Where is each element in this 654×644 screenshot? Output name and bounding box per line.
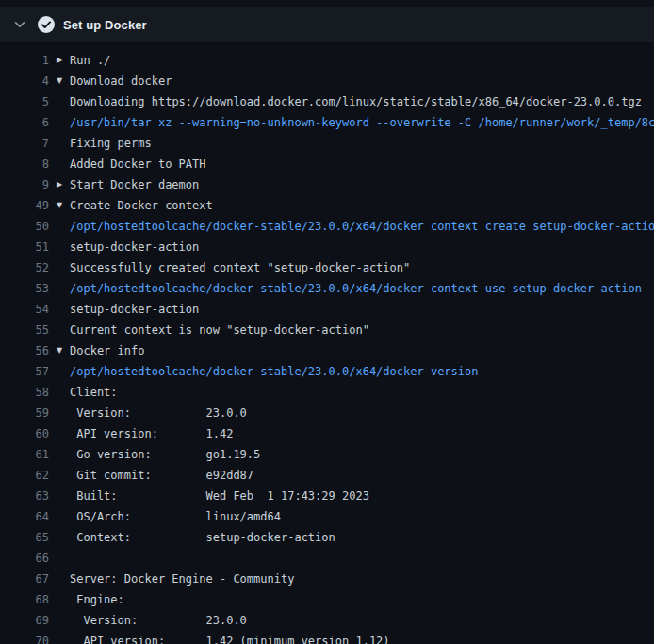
log-line: 57/opt/hostedtoolcache/docker-stable/23.… bbox=[0, 361, 654, 382]
line-number[interactable]: 60 bbox=[0, 423, 49, 444]
line-content: /opt/hostedtoolcache/docker-stable/23.0.… bbox=[55, 278, 654, 299]
log-text: /opt/hostedtoolcache/docker-stable/23.0.… bbox=[70, 282, 642, 295]
log-text: Download docker bbox=[70, 74, 172, 88]
log-line[interactable]: 9▶Start Docker daemon bbox=[0, 174, 654, 195]
line-content bbox=[55, 548, 654, 569]
line-number[interactable]: 64 bbox=[0, 506, 49, 527]
line-content: API version: 1.42 bbox=[55, 423, 654, 444]
line-number[interactable]: 4 bbox=[0, 71, 49, 91]
log-text: Run ./ bbox=[70, 54, 110, 67]
log-line: 55Current context is now "setup-docker-a… bbox=[0, 320, 654, 340]
log-line[interactable]: 49▼Create Docker context bbox=[0, 195, 654, 216]
log-text: Docker info bbox=[70, 344, 144, 357]
line-number[interactable]: 56 bbox=[0, 340, 49, 361]
line-number[interactable]: 54 bbox=[0, 299, 49, 320]
log-line: 58Client: bbox=[0, 382, 654, 403]
line-number[interactable]: 52 bbox=[0, 257, 49, 278]
log-line: 6/usr/bin/tar xz --warning=no-unknown-ke… bbox=[0, 112, 654, 133]
log-line: 64 OS/Arch: linux/amd64 bbox=[0, 506, 654, 527]
log-area: 1▶Run ./4▼Download docker5Downloading ht… bbox=[0, 42, 654, 644]
line-number[interactable]: 50 bbox=[0, 216, 49, 237]
log-text: Added Docker to PATH bbox=[70, 157, 206, 171]
log-line: 5Downloading https://download.docker.com… bbox=[0, 91, 654, 112]
line-content: /opt/hostedtoolcache/docker-stable/23.0.… bbox=[55, 216, 654, 237]
line-content: Added Docker to PATH bbox=[55, 154, 654, 174]
line-number[interactable]: 69 bbox=[0, 610, 49, 631]
line-number[interactable]: 53 bbox=[0, 278, 49, 299]
log-text: Built: Wed Feb 1 17:43:29 2023 bbox=[70, 489, 369, 503]
log-text: Git commit: e92dd87 bbox=[70, 469, 253, 482]
log-text: /usr/bin/tar xz --warning=no-unknown-key… bbox=[70, 116, 654, 129]
line-number[interactable]: 8 bbox=[0, 154, 49, 174]
log-line: 53/opt/hostedtoolcache/docker-stable/23.… bbox=[0, 278, 654, 299]
log-text: Current context is now "setup-docker-act… bbox=[70, 323, 369, 337]
line-number[interactable]: 51 bbox=[0, 237, 49, 257]
log-text: Server: Docker Engine - Community bbox=[70, 572, 294, 586]
line-content: OS/Arch: linux/amd64 bbox=[55, 506, 654, 527]
log-line[interactable]: 4▼Download docker bbox=[0, 71, 654, 91]
line-number[interactable]: 67 bbox=[0, 569, 49, 589]
line-content: Git commit: e92dd87 bbox=[55, 465, 654, 486]
log-text: Start Docker daemon bbox=[70, 178, 199, 191]
log-text: Fixing perms bbox=[70, 137, 152, 150]
line-content: Current context is now "setup-docker-act… bbox=[55, 320, 654, 340]
line-number[interactable]: 6 bbox=[0, 112, 49, 133]
log-line: 60 API version: 1.42 bbox=[0, 423, 654, 444]
line-number[interactable]: 55 bbox=[0, 320, 49, 340]
log-line[interactable]: 1▶Run ./ bbox=[0, 50, 654, 71]
log-line: 69 Version: 23.0.0 bbox=[0, 610, 654, 631]
expand-arrow-icon[interactable]: ▶ bbox=[57, 50, 62, 71]
step-title: Set up Docker bbox=[63, 18, 147, 32]
line-number[interactable]: 9 bbox=[0, 174, 49, 195]
log-line: 67Server: Docker Engine - Community bbox=[0, 569, 654, 589]
log-text: /opt/hostedtoolcache/docker-stable/23.0.… bbox=[70, 220, 654, 233]
line-number[interactable]: 62 bbox=[0, 465, 49, 486]
log-text: Version: 23.0.0 bbox=[70, 614, 247, 627]
line-number[interactable]: 68 bbox=[0, 589, 49, 610]
line-number[interactable]: 1 bbox=[0, 50, 49, 71]
line-number[interactable]: 66 bbox=[0, 548, 49, 569]
line-content: Successfully created context "setup-dock… bbox=[55, 257, 654, 278]
line-number[interactable]: 61 bbox=[0, 444, 49, 465]
line-number[interactable]: 57 bbox=[0, 361, 49, 382]
log-text: API version: 1.42 (minimum version 1.12) bbox=[70, 635, 390, 644]
line-content: Engine: bbox=[55, 589, 654, 610]
chevron-down-icon[interactable] bbox=[13, 18, 26, 31]
line-content: ▶Start Docker daemon bbox=[55, 174, 654, 195]
collapse-arrow-icon[interactable]: ▼ bbox=[57, 340, 62, 361]
line-content: /usr/bin/tar xz --warning=no-unknown-key… bbox=[55, 112, 654, 133]
line-number[interactable]: 70 bbox=[0, 631, 49, 644]
log-line: 54setup-docker-action bbox=[0, 299, 654, 320]
log-line: 59 Version: 23.0.0 bbox=[0, 403, 654, 423]
log-text: Downloading bbox=[70, 95, 152, 108]
line-number[interactable]: 49 bbox=[0, 195, 49, 216]
log-text: OS/Arch: linux/amd64 bbox=[70, 510, 281, 523]
line-number[interactable]: 58 bbox=[0, 382, 49, 403]
line-content: ▼Download docker bbox=[55, 71, 654, 91]
log-line: 65 Context: setup-docker-action bbox=[0, 527, 654, 548]
line-content: API version: 1.42 (minimum version 1.12) bbox=[55, 631, 654, 644]
line-number[interactable]: 63 bbox=[0, 486, 49, 506]
line-content: Built: Wed Feb 1 17:43:29 2023 bbox=[55, 486, 654, 506]
log-line: 51setup-docker-action bbox=[0, 237, 654, 257]
expand-arrow-icon[interactable]: ▶ bbox=[57, 174, 62, 195]
collapse-arrow-icon[interactable]: ▼ bbox=[57, 71, 62, 91]
log-text: API version: 1.42 bbox=[70, 427, 233, 440]
log-text: Client: bbox=[70, 386, 118, 399]
log-line[interactable]: 56▼Docker info bbox=[0, 340, 654, 361]
line-content: Server: Docker Engine - Community bbox=[55, 569, 654, 589]
step-header[interactable]: Set up Docker bbox=[0, 7, 654, 42]
line-content: ▼Docker info bbox=[55, 340, 654, 361]
line-number[interactable]: 5 bbox=[0, 91, 49, 112]
line-content: Context: setup-docker-action bbox=[55, 527, 654, 548]
line-content: setup-docker-action bbox=[55, 237, 654, 257]
log-link[interactable]: https://download.docker.com/linux/static… bbox=[152, 95, 642, 108]
log-line: 7Fixing perms bbox=[0, 133, 654, 154]
collapse-arrow-icon[interactable]: ▼ bbox=[57, 195, 62, 216]
log-text: Go version: go1.19.5 bbox=[70, 448, 260, 461]
line-number[interactable]: 65 bbox=[0, 527, 49, 548]
line-number[interactable]: 7 bbox=[0, 133, 49, 154]
line-number[interactable]: 59 bbox=[0, 403, 49, 423]
line-content: Version: 23.0.0 bbox=[55, 403, 654, 423]
log-text: /opt/hostedtoolcache/docker-stable/23.0.… bbox=[70, 365, 478, 378]
